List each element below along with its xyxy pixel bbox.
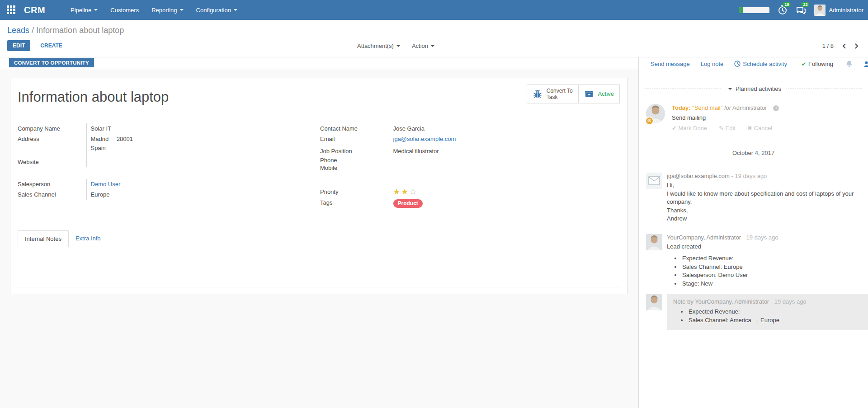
chatter-panel: Send message Log note Schedule activity … bbox=[638, 57, 868, 408]
email-activity-badge-icon bbox=[645, 117, 654, 125]
date-separator: October 4, 2017 bbox=[645, 150, 862, 156]
edit-button[interactable]: EDIT bbox=[7, 40, 30, 51]
pager-previous-icon[interactable] bbox=[842, 43, 846, 49]
form-statusbar: CONVERT TO OPPORTUNITY bbox=[0, 57, 638, 69]
priority-star-2[interactable] bbox=[401, 188, 408, 196]
message-body: Hi, I would like to know more about spec… bbox=[667, 181, 862, 223]
salesperson-value-link[interactable]: Demo User bbox=[91, 181, 121, 188]
message-body: Lead created bbox=[667, 243, 778, 251]
send-message-button[interactable]: Send message bbox=[651, 61, 690, 67]
check-icon bbox=[802, 61, 806, 67]
attachments-dropdown[interactable]: Attachment(s) bbox=[357, 42, 400, 49]
message-author[interactable]: jga@solar.example.com bbox=[667, 173, 730, 179]
website-label: Website bbox=[18, 153, 86, 167]
field-row-phone: Phone bbox=[320, 156, 621, 164]
messages-icon[interactable]: 23 bbox=[796, 5, 807, 15]
breadcrumb: Leads / Information about laptop bbox=[0, 20, 868, 35]
field-row-address: Address Madrid 28001 Spain bbox=[18, 134, 300, 153]
message-author[interactable]: Note by YourCompany, Administrator bbox=[673, 298, 769, 305]
menu-customers[interactable]: Customers bbox=[104, 0, 145, 20]
message-author[interactable]: YourCompany, Administrator bbox=[667, 234, 741, 241]
notification-bell-icon[interactable] bbox=[846, 60, 853, 67]
activities-badge: 19 bbox=[783, 2, 791, 7]
followers-button[interactable]: 2 bbox=[863, 61, 868, 67]
main-menu: Pipeline Customers Reporting Configurati… bbox=[64, 0, 244, 20]
field-row-mobile: Mobile bbox=[320, 164, 621, 172]
menu-configuration[interactable]: Configuration bbox=[190, 0, 244, 20]
internal-notes-content[interactable] bbox=[18, 247, 620, 287]
systray-progress-bar bbox=[739, 7, 769, 13]
activities-clock-icon[interactable]: 19 bbox=[777, 5, 788, 15]
convert-to-opportunity-button[interactable]: CONVERT TO OPPORTUNITY bbox=[9, 58, 94, 67]
sales-channel-value[interactable]: Europe bbox=[86, 189, 300, 200]
caret-down-icon bbox=[728, 88, 732, 90]
priority-star-1[interactable] bbox=[393, 188, 400, 196]
pager-value: 1 / 8 bbox=[822, 42, 834, 49]
tab-internal-notes[interactable]: Internal Notes bbox=[18, 230, 69, 247]
message-email: jga@solar.example.com - 19 days ago Hi, … bbox=[646, 173, 862, 223]
field-row-sales-channel: Sales Channel Europe bbox=[18, 189, 300, 200]
schedule-activity-button[interactable]: Schedule activity bbox=[734, 61, 787, 67]
field-row-email: Email jga@solar.example.com bbox=[320, 134, 621, 144]
form-view-area: CONVERT TO OPPORTUNITY Convert To bbox=[0, 57, 638, 408]
user-name: Administrator bbox=[829, 7, 863, 14]
action-dropdown[interactable]: Action bbox=[412, 42, 434, 49]
bug-icon bbox=[533, 89, 542, 99]
breadcrumb-leads-link[interactable]: Leads bbox=[7, 26, 29, 35]
mobile-value[interactable] bbox=[389, 164, 621, 172]
field-row-contact-name: Contact Name Jose Garcia bbox=[320, 123, 621, 134]
contact-name-value[interactable]: Jose Garcia bbox=[389, 123, 621, 134]
field-row-company-name: Company Name Solar IT bbox=[18, 123, 300, 134]
note-body: Note by YourCompany, Administrator - 19 … bbox=[667, 294, 868, 330]
job-position-label: Job Position bbox=[320, 144, 389, 156]
field-row-tags: Tags Product bbox=[320, 197, 621, 210]
message-tracking-values: Expected Revenue: Sales Channel: Europe … bbox=[667, 254, 778, 288]
planned-activities-header: Planned activities bbox=[645, 85, 862, 92]
control-panel: Leads / Information about laptop EDIT CR… bbox=[0, 20, 868, 57]
user-menu[interactable]: Administrator bbox=[814, 5, 863, 16]
chatter-toolbar: Send message Log note Schedule activity … bbox=[639, 57, 868, 69]
website-value[interactable] bbox=[86, 153, 300, 167]
apps-menu-icon[interactable] bbox=[7, 5, 16, 14]
sheet-divider bbox=[18, 287, 620, 287]
mark-done-button[interactable]: Mark Done bbox=[672, 125, 707, 131]
active-toggle-button[interactable]: Active bbox=[579, 84, 620, 103]
person-icon bbox=[863, 61, 868, 67]
pager-next-icon[interactable] bbox=[854, 43, 859, 49]
field-row-job-position: Job Position Medical illustrator bbox=[320, 144, 621, 156]
tab-extra-info[interactable]: Extra Info bbox=[69, 230, 108, 247]
menu-reporting[interactable]: Reporting bbox=[145, 0, 189, 20]
record-pager: 1 / 8 bbox=[822, 42, 859, 49]
cancel-activity-button[interactable]: Cancel bbox=[747, 125, 772, 131]
edit-activity-button[interactable]: Edit bbox=[719, 125, 736, 131]
message-time: - 19 days ago bbox=[771, 298, 807, 305]
sales-channel-label: Sales Channel bbox=[18, 189, 86, 200]
clock-icon bbox=[734, 61, 741, 67]
message-log: YourCompany, Administrator - 19 days ago… bbox=[646, 234, 862, 288]
mobile-label: Mobile bbox=[320, 164, 389, 172]
following-toggle[interactable]: Following bbox=[802, 61, 833, 67]
email-value-link[interactable]: jga@solar.example.com bbox=[393, 136, 456, 142]
message-time: - 19 days ago bbox=[731, 173, 767, 179]
create-button[interactable]: CREATE bbox=[40, 42, 62, 49]
tag-product[interactable]: Product bbox=[393, 199, 423, 208]
activity-due: Today: bbox=[672, 104, 691, 111]
priority-star-3[interactable] bbox=[410, 188, 416, 196]
activity-item: Today: "Send mail" for Administrator i S… bbox=[646, 104, 862, 131]
phone-value[interactable] bbox=[389, 156, 621, 164]
planned-activities-toggle[interactable]: Planned activities bbox=[726, 85, 781, 92]
menu-pipeline[interactable]: Pipeline bbox=[64, 0, 104, 20]
salesperson-label: Salesperson bbox=[18, 179, 86, 189]
caret-down-icon bbox=[234, 9, 237, 11]
info-icon[interactable]: i bbox=[773, 105, 779, 111]
app-title[interactable]: CRM bbox=[24, 5, 45, 15]
caret-down-icon bbox=[431, 45, 434, 47]
field-row-salesperson: Salesperson Demo User bbox=[18, 179, 300, 189]
priority-stars bbox=[389, 187, 621, 197]
address-value[interactable]: Madrid 28001 Spain bbox=[86, 134, 300, 153]
convert-to-task-button[interactable]: Convert To Task bbox=[527, 84, 579, 103]
company-name-value[interactable]: Solar IT bbox=[86, 123, 300, 134]
job-position-value[interactable]: Medical illustrator bbox=[389, 144, 621, 156]
log-note-button[interactable]: Log note bbox=[701, 61, 724, 67]
breadcrumb-current: Information about laptop bbox=[36, 26, 124, 35]
